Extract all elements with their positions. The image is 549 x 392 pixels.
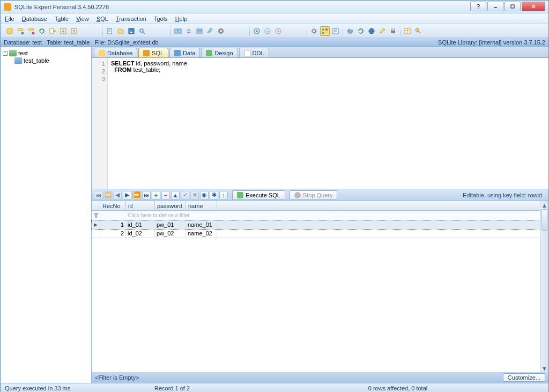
help-button[interactable]: ?: [470, 2, 486, 11]
tb-log-icon[interactable]: [331, 26, 340, 36]
maximize-button[interactable]: [505, 2, 521, 11]
svg-marker-11: [54, 30, 56, 32]
nav-next-page-icon[interactable]: ⏩: [132, 191, 141, 199]
tb-close-database-icon[interactable]: [26, 26, 36, 36]
grid-indicator-header[interactable]: [92, 201, 100, 210]
nav-edit-icon[interactable]: ▲: [171, 191, 180, 199]
cell-name[interactable]: name_01: [186, 220, 217, 229]
nav-post-icon[interactable]: ✓: [181, 191, 189, 199]
tree-collapse-icon[interactable]: −: [3, 51, 8, 56]
nav-filter-icon[interactable]: ✱: [210, 191, 218, 199]
tb-save-sql-icon[interactable]: [127, 26, 136, 36]
tb-cancel-icon[interactable]: [216, 26, 226, 36]
table-row[interactable]: ▶ 1 id_01 pw_01 name_01: [92, 220, 540, 229]
nav-first-icon[interactable]: ⏮: [94, 191, 102, 199]
tb-data-transfer-icon[interactable]: [184, 26, 194, 36]
vertical-scrollbar[interactable]: ▲ ▼: [540, 201, 548, 372]
cell-recno[interactable]: 1: [100, 220, 126, 229]
database-icon: [9, 50, 17, 56]
nav-delete-icon[interactable]: −: [161, 191, 170, 199]
filter-prompt[interactable]: Click here to define a filter: [100, 211, 217, 220]
content-area: Database SQL Data Design DDL 123 SELECT …: [92, 47, 548, 383]
tb-execute-script-icon[interactable]: [48, 26, 57, 36]
svg-point-32: [313, 29, 316, 33]
tb-export-icon[interactable]: [69, 26, 79, 36]
cell-password[interactable]: pw_02: [155, 229, 186, 238]
menu-tools[interactable]: Tools: [154, 16, 168, 22]
tb-open-database-icon[interactable]: [16, 26, 25, 36]
object-tree: − test test_table: [1, 47, 92, 383]
menu-view[interactable]: View: [76, 16, 89, 22]
nav-bookmark-icon[interactable]: ◉: [200, 191, 209, 199]
tb-schema-compare-icon[interactable]: [173, 26, 183, 36]
nav-expand-icon[interactable]: ↕: [219, 191, 228, 199]
menu-sql[interactable]: SQL: [97, 16, 108, 22]
menu-file[interactable]: File: [5, 16, 14, 22]
cell-id[interactable]: id_02: [126, 229, 155, 238]
tb-repair-icon[interactable]: [205, 26, 215, 36]
tb-import-icon[interactable]: [58, 26, 68, 36]
stop-query-button[interactable]: Stop Query: [290, 190, 338, 200]
grid-filter-row[interactable]: Click here to define a filter: [92, 211, 540, 220]
filter-funnel-icon[interactable]: [92, 211, 100, 220]
svg-point-5: [18, 28, 23, 30]
execute-sql-button[interactable]: Execute SQL: [232, 190, 285, 200]
tb-object-browser-icon[interactable]: [320, 26, 330, 36]
tb-refresh-schema-icon[interactable]: [356, 26, 366, 36]
tb-new-sql-icon[interactable]: [105, 26, 115, 36]
tb-options-icon[interactable]: [309, 26, 319, 36]
nav-cancel-icon[interactable]: ✕: [190, 191, 199, 199]
tb-table-icon[interactable]: [403, 26, 412, 36]
menu-help[interactable]: Help: [175, 16, 188, 22]
tb-open-sql-icon[interactable]: [116, 26, 125, 36]
cell-name[interactable]: name_02: [186, 229, 217, 238]
tb-refresh-icon[interactable]: [37, 26, 47, 36]
tb-rollback-icon[interactable]: [273, 26, 283, 36]
tab-database[interactable]: Database: [94, 48, 137, 57]
tb-new-database-icon[interactable]: [5, 26, 14, 36]
grid-header-recno[interactable]: RecNo: [100, 201, 126, 210]
scroll-up-icon[interactable]: ▲: [540, 201, 548, 209]
svg-rect-35: [322, 32, 324, 34]
sql-editor[interactable]: 123 SELECT id, password, name FROM test_…: [92, 58, 548, 189]
scroll-thumb[interactable]: [541, 209, 547, 231]
menu-transaction[interactable]: Transaction: [116, 16, 146, 22]
tb-help-icon[interactable]: ?: [345, 26, 355, 36]
grid-header-id[interactable]: id: [126, 201, 155, 210]
tb-begin-transaction-icon[interactable]: [252, 26, 262, 36]
design-tab-icon: [206, 50, 212, 56]
nav-next-icon[interactable]: ▶: [123, 191, 131, 199]
cell-id[interactable]: id_01: [126, 220, 155, 229]
svg-marker-49: [94, 213, 98, 218]
grid-header-password[interactable]: password: [155, 201, 186, 210]
tb-server-icon[interactable]: [195, 26, 204, 36]
grid-header-name[interactable]: name: [186, 201, 217, 210]
nav-prev-page-icon[interactable]: ⏪: [103, 191, 112, 199]
scroll-down-icon[interactable]: ▼: [540, 364, 548, 372]
tb-key-icon[interactable]: [413, 26, 423, 36]
tb-find-icon[interactable]: [137, 26, 147, 36]
menu-table[interactable]: Table: [55, 16, 69, 22]
tab-data[interactable]: Data: [169, 48, 200, 57]
tb-globe-icon[interactable]: [367, 26, 376, 36]
cell-recno[interactable]: 2: [100, 229, 126, 238]
tab-sql[interactable]: SQL: [138, 48, 168, 57]
tree-database-node[interactable]: − test: [2, 49, 90, 57]
tb-edit-icon[interactable]: [377, 26, 387, 36]
nav-prev-icon[interactable]: ◀: [113, 191, 122, 199]
customize-filter-button[interactable]: Customize...: [503, 373, 545, 382]
minimize-button[interactable]: [487, 2, 503, 11]
tab-ddl[interactable]: DDL: [239, 48, 269, 57]
cell-password[interactable]: pw_01: [155, 220, 186, 229]
tree-table-node[interactable]: test_table: [13, 57, 90, 64]
sqlite-library-version: SQLite Library: [internal] version 3.7.1…: [438, 39, 545, 46]
tb-commit-icon[interactable]: [263, 26, 272, 36]
table-row[interactable]: 2 id_02 pw_02 name_02: [92, 229, 540, 238]
menu-database[interactable]: Database: [22, 16, 47, 22]
tb-print-icon[interactable]: [388, 26, 398, 36]
sql-code[interactable]: SELECT id, password, name FROM test_tabl…: [108, 58, 548, 189]
nav-last-icon[interactable]: ⏭: [142, 191, 151, 199]
nav-insert-icon[interactable]: +: [152, 191, 160, 199]
tab-design[interactable]: Design: [201, 48, 238, 57]
close-button[interactable]: [522, 2, 545, 11]
